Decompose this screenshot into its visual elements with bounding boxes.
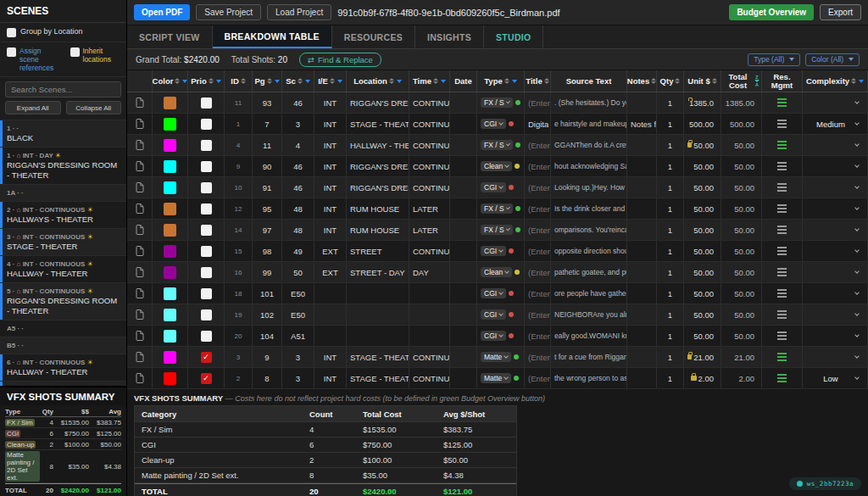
title-cell[interactable]: (Enter — [525, 135, 551, 155]
column-header-res-mgmt[interactable]: Res. Mgmt — [762, 70, 803, 92]
assign-scene-references-option[interactable]: Assign scene references — [0, 42, 64, 76]
complexity-cell[interactable] — [803, 220, 868, 240]
prio-checkbox[interactable] — [201, 331, 212, 342]
qty-cell[interactable]: 1 — [657, 304, 684, 325]
column-header-ie[interactable]: I/E — [314, 70, 347, 92]
unit-cost-cell[interactable]: 1385.0 — [684, 92, 721, 113]
scene-item[interactable]: 1 · ·BLACK — [0, 120, 126, 148]
type-cell[interactable]: FX / S — [477, 198, 525, 219]
column-header-type[interactable]: Type — [477, 70, 525, 92]
notes-cell[interactable] — [627, 177, 657, 198]
unit-cost-cell[interactable]: 21.00 — [684, 347, 721, 367]
complexity-cell[interactable]: Low — [803, 368, 868, 388]
column-header-pg[interactable]: Pg — [253, 70, 282, 92]
res-mgmt-cell[interactable] — [762, 92, 803, 113]
color-filter-button[interactable]: Color (All) — [805, 53, 860, 66]
unit-cost-cell[interactable]: 50.00 — [684, 304, 721, 325]
color-cell[interactable] — [153, 304, 188, 325]
complexity-cell[interactable] — [803, 241, 868, 261]
res-mgmt-cell[interactable] — [762, 347, 803, 367]
scene-item[interactable]: 7 · ⌂ INT · EVENING ☽STAGE - THEATER — [0, 382, 126, 386]
type-select[interactable]: FX / S — [481, 203, 513, 214]
type-cell[interactable]: CGI — [477, 304, 525, 325]
notes-cell[interactable] — [627, 220, 657, 240]
type-select[interactable]: FX / S — [481, 140, 513, 150]
prio-checkbox[interactable] — [201, 203, 212, 215]
prio-checkbox[interactable] — [201, 352, 212, 363]
prio-cell[interactable] — [188, 304, 225, 325]
column-header-unit[interactable]: Unit $ — [684, 70, 721, 92]
save-project-button[interactable]: Save Project — [196, 4, 261, 20]
color-chip[interactable] — [164, 160, 176, 173]
res-mgmt-cell[interactable] — [762, 262, 803, 282]
color-chip[interactable] — [164, 203, 176, 215]
complexity-cell[interactable] — [803, 156, 868, 176]
scene-item[interactable]: 1A · · — [0, 185, 126, 202]
qty-cell[interactable]: 1 — [657, 177, 684, 198]
title-cell[interactable]: Digita — [525, 114, 551, 134]
qty-cell[interactable]: 1 — [657, 220, 684, 240]
res-mgmt-cell[interactable] — [762, 241, 803, 261]
tab-breakdown-table[interactable]: BREAKDOWN TABLE — [213, 25, 332, 48]
type-cell[interactable]: FX / S — [477, 135, 525, 155]
type-cell[interactable]: FX / S — [477, 92, 525, 113]
color-cell[interactable] — [153, 326, 188, 346]
prio-checkbox[interactable] — [201, 98, 212, 109]
res-mgmt-cell[interactable] — [762, 156, 803, 176]
column-header-total-cost[interactable]: Total CostZA — [721, 70, 762, 92]
notes-cell[interactable] — [627, 241, 657, 261]
open-pdf-button[interactable]: Open PDF — [134, 4, 190, 20]
date-cell[interactable] — [450, 114, 477, 134]
tab-resources[interactable]: RESOURCES — [332, 25, 415, 48]
type-select[interactable]: FX / S — [481, 98, 513, 108]
color-chip[interactable] — [164, 309, 176, 321]
prio-checkbox[interactable] — [201, 267, 212, 278]
prio-checkbox[interactable] — [201, 182, 212, 193]
type-cell[interactable]: Clean — [477, 156, 525, 176]
qty-cell[interactable]: 1 — [657, 347, 684, 367]
type-cell[interactable]: CGI — [477, 241, 525, 261]
title-cell[interactable]: (Enter — [525, 220, 551, 240]
file-cell[interactable] — [127, 368, 153, 388]
complexity-cell[interactable] — [803, 198, 868, 219]
tab-studio[interactable]: STUDIO — [484, 25, 543, 48]
prio-cell[interactable] — [188, 92, 225, 113]
file-cell[interactable] — [127, 135, 153, 155]
unit-cost-cell[interactable]: 50.00 — [684, 198, 721, 219]
color-cell[interactable] — [153, 177, 188, 198]
title-cell[interactable]: (Enter — [525, 347, 551, 367]
prio-cell[interactable] — [188, 198, 225, 219]
complexity-cell[interactable] — [803, 304, 868, 325]
date-cell[interactable] — [450, 326, 477, 346]
title-cell[interactable]: (Enter — [525, 326, 551, 346]
type-cell[interactable]: CGI — [477, 177, 525, 198]
unit-cost-cell[interactable]: 2.00 — [684, 368, 721, 388]
notes-cell[interactable] — [627, 368, 657, 388]
color-chip[interactable] — [164, 245, 176, 258]
prio-checkbox[interactable] — [201, 140, 212, 151]
date-cell[interactable] — [450, 177, 477, 198]
color-cell[interactable] — [153, 283, 188, 304]
qty-cell[interactable]: 1 — [657, 326, 684, 346]
file-cell[interactable] — [127, 262, 153, 282]
unit-cost-cell[interactable]: 500.00 — [684, 114, 721, 134]
prio-checkbox[interactable] — [201, 288, 212, 299]
date-cell[interactable] — [450, 283, 477, 304]
prio-cell[interactable] — [188, 283, 225, 304]
scene-search-input[interactable] — [5, 81, 121, 98]
column-header-source-text[interactable]: Source Text — [551, 70, 627, 92]
notes-cell[interactable] — [627, 304, 657, 325]
qty-cell[interactable]: 1 — [657, 283, 684, 304]
prio-checkbox[interactable] — [201, 119, 212, 130]
file-cell[interactable] — [127, 92, 153, 113]
file-cell[interactable] — [127, 114, 153, 134]
notes-cell[interactable] — [627, 347, 657, 367]
date-cell[interactable] — [450, 368, 477, 388]
prio-checkbox[interactable] — [201, 246, 212, 257]
date-cell[interactable] — [450, 304, 477, 325]
color-chip[interactable] — [164, 181, 176, 194]
column-header-notes[interactable]: Notes — [627, 70, 657, 92]
scene-item[interactable]: 3 · ⌂ INT · CONTINUOUS ☀STAGE - THEATER — [0, 229, 126, 256]
prio-cell[interactable] — [188, 135, 225, 155]
prio-checkbox[interactable] — [201, 373, 212, 384]
